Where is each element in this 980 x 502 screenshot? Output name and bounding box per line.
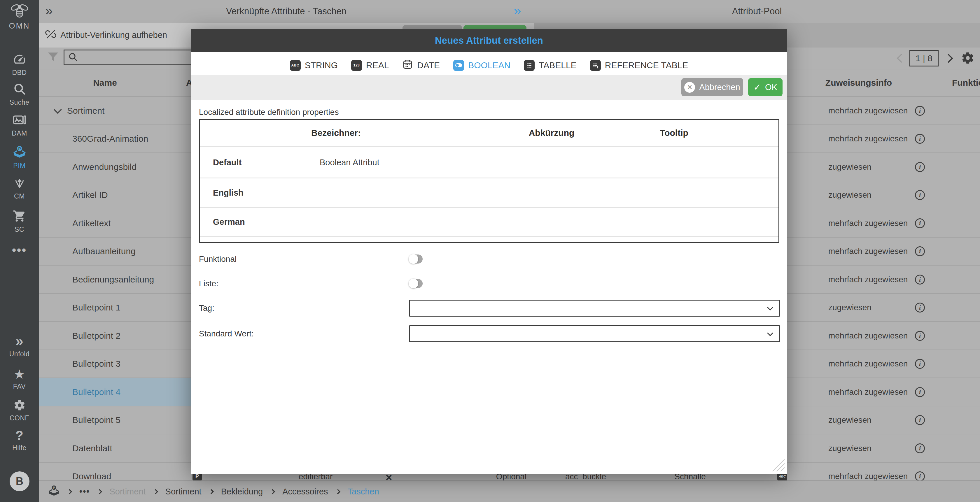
shopping-cart-icon (0, 209, 39, 224)
gear-icon (0, 399, 39, 412)
sidebar-item-label: DAM (0, 129, 39, 137)
tab-date[interactable]: DATE (402, 59, 440, 72)
localized-properties-table: Bezeichner: Abkürzung Tooltip DefaultBoo… (199, 119, 780, 243)
expand-chevron-icon[interactable] (54, 105, 62, 114)
field-label-liste-: Liste: (199, 278, 218, 289)
loc-header-abkuerzung: Abkürzung (508, 120, 595, 146)
breadcrumb-items: •••SortimentSortimentBekleidungAccessoir… (68, 487, 379, 496)
ok-button[interactable]: ✓ OK (748, 78, 783, 96)
info-icon[interactable]: i (915, 359, 925, 369)
page-indicator[interactable]: 1 | 8 (909, 50, 939, 67)
dialog-title: Neues Attribut erstellen (435, 35, 543, 46)
breadcrumb-chevron-icon (97, 489, 102, 494)
tab-label: REAL (366, 60, 389, 70)
breadcrumb-item-sortiment[interactable]: Sortiment (110, 487, 146, 496)
broken-link-icon (45, 28, 57, 42)
tab-boolean[interactable]: BOOLEAN (453, 60, 511, 71)
sidebar-item-pim-active[interactable]: P PIM (0, 146, 39, 170)
sidebar-item-conf[interactable]: CONF (0, 399, 39, 422)
sidebar-item-fav[interactable]: ★ FAV (0, 368, 39, 391)
sidebar-item-suche[interactable]: Suche (0, 82, 39, 106)
cancel-button[interactable]: × Abbrechen (681, 78, 743, 96)
info-icon[interactable]: i (915, 134, 925, 144)
sidebar-item-cm[interactable]: CM (0, 177, 39, 200)
panel-header-bar: Verknüpfte Attribute - Taschen Attribut-… (39, 0, 980, 23)
toggle-liste-[interactable] (409, 279, 423, 288)
info-icon[interactable]: i (915, 472, 925, 480)
dialog-titlebar[interactable]: Neues Attribut erstellen (191, 29, 787, 52)
main-area: Verknüpfte Attribute - Taschen Attribut-… (39, 0, 980, 502)
sidebar-item-dbd[interactable]: DBD (0, 52, 39, 77)
info-icon[interactable]: i (915, 331, 925, 341)
abc-badge-icon: ABC (290, 60, 301, 71)
toggle-icon (453, 60, 464, 71)
info-icon[interactable]: i (915, 443, 925, 453)
filter-funnel-icon[interactable] (48, 52, 59, 64)
sidebar-item-label: PIM (0, 162, 39, 170)
loc-row-separator (200, 236, 778, 237)
resize-grip[interactable] (771, 458, 784, 472)
info-icon[interactable]: i (915, 303, 925, 313)
sidebar-item-unfold[interactable]: » Unfold (0, 334, 39, 358)
info-icon[interactable]: i (915, 387, 925, 397)
attribute-type-tabs: ABCSTRING123REALDATEBOOLEANTABELLEREFERE… (191, 59, 787, 72)
sidebar-item-more[interactable]: ••• (0, 244, 39, 256)
tab-tabelle[interactable]: TABELLE (524, 60, 577, 71)
loc-row-default[interactable]: DefaultBoolean Attribut (200, 147, 778, 178)
info-icon[interactable]: i (915, 415, 925, 425)
info-icon[interactable]: i (915, 190, 925, 200)
sidebar-item-hilfe[interactable]: ? Hilfe (0, 429, 39, 452)
expand-right-panel-icon[interactable]: » (514, 4, 521, 17)
breadcrumb-item-sortiment[interactable]: Sortiment (165, 487, 202, 496)
info-icon[interactable]: i (915, 162, 925, 172)
tab-reference-table[interactable]: REFERENCE TABLE (590, 60, 688, 71)
column-header-funktion[interactable]: Funktion (952, 69, 980, 96)
page-next-icon[interactable] (944, 54, 953, 63)
loc-language-label: Default (213, 158, 320, 167)
tab-real[interactable]: 123REAL (351, 60, 389, 71)
info-icon[interactable]: i (915, 106, 925, 116)
list-icon (524, 60, 535, 71)
double-chevron-right-icon: » (16, 333, 23, 349)
breadcrumb-item-accessoires[interactable]: Accessoires (282, 487, 328, 496)
star-icon: ★ (14, 367, 25, 381)
breadcrumb-item-taschen[interactable]: Taschen (348, 487, 379, 496)
loc-row-english[interactable]: English (200, 178, 778, 207)
field-label-tag-: Tag: (199, 303, 215, 314)
row-name: Bulletpoint 5 (72, 407, 121, 434)
info-icon[interactable]: i (915, 246, 925, 256)
toggle-funktional[interactable] (409, 254, 423, 264)
info-icon[interactable]: i (915, 218, 925, 228)
field-label-standard-wert-: Standard Wert: (199, 328, 254, 339)
sidebar-item-label: FAV (0, 383, 39, 391)
tab-string[interactable]: ABCSTRING (290, 60, 338, 71)
left-panel-title: Verknüpfte Attribute - Taschen (39, 0, 534, 23)
loc-language-label: German (213, 217, 320, 227)
tab-label: TABELLE (539, 60, 577, 70)
breadcrumb-item-bekleidung[interactable]: Bekleidung (221, 487, 263, 496)
breadcrumb: P •••SortimentSortimentBekleidungAccesso… (39, 480, 980, 502)
sidebar-item-sc[interactable]: SC (0, 209, 39, 234)
sidebar-item-label: CONF (0, 414, 39, 422)
loc-bezeichner-value[interactable]: Boolean Attribut (320, 158, 379, 167)
user-avatar[interactable]: B (10, 472, 29, 491)
breadcrumb-ellipsis[interactable]: ••• (80, 487, 90, 496)
row-name: Aufbauanleitung (72, 238, 135, 265)
settings-gear-icon[interactable] (961, 51, 974, 65)
pim-package-icon[interactable]: P (48, 485, 60, 498)
sidebar-item-omn-logo[interactable]: OMN (0, 3, 39, 30)
right-panel-title: Attribut-Pool (534, 0, 980, 23)
collapse-left-panel-icon[interactable]: » (45, 4, 53, 17)
loc-row-german[interactable]: German (200, 208, 778, 236)
sidebar-item-dam[interactable]: DAM (0, 114, 39, 137)
column-header-zuweisungsinfo[interactable]: Zuweisungsinfo (812, 69, 905, 96)
select-standard-wert-[interactable] (409, 325, 780, 342)
column-header-name[interactable]: Name (61, 69, 149, 96)
select-tag-[interactable] (409, 300, 780, 316)
info-icon[interactable]: i (915, 275, 925, 284)
page-previous-icon[interactable] (897, 54, 905, 63)
unlink-attribute-button[interactable]: Attribut-Verlinkung aufheben (45, 23, 167, 48)
row-name: Download (72, 463, 111, 481)
row-name: Bulletpoint 4 (72, 378, 121, 406)
row-name: Bedienungsanleitung (72, 265, 154, 293)
